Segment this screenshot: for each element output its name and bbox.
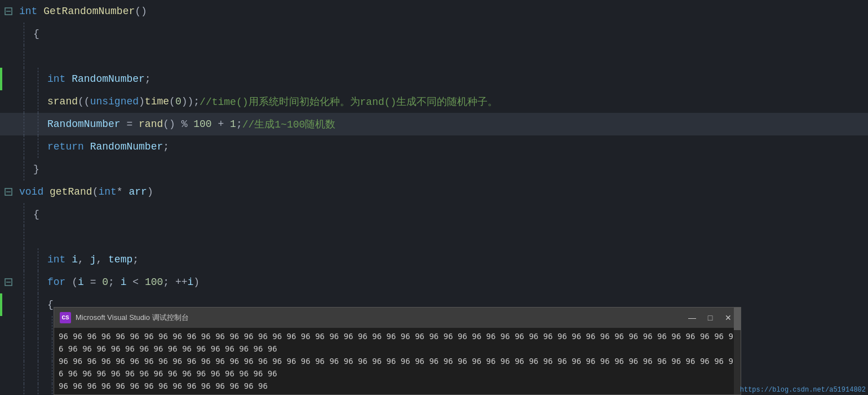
indent-guide — [38, 316, 38, 339]
indent-guide — [38, 68, 38, 90]
code-token: + — [212, 118, 230, 130]
code-token: = — [121, 118, 139, 130]
code-token: j — [90, 254, 96, 265]
console-body: 96 96 96 96 96 96 96 96 96 96 96 96 96 9… — [54, 328, 741, 394]
minimize-button[interactable]: — — [685, 311, 699, 324]
green-bar — [0, 68, 2, 90]
code-editor: int GetRandomNumber(){int RandomNumber;s… — [0, 0, 868, 395]
console-scrollbar[interactable] — [734, 308, 741, 394]
indent-guide — [24, 158, 24, 181]
indent-guide — [38, 271, 38, 293]
code-line: for (i = 0; i < 100; ++i) — [0, 271, 868, 293]
indent-guide — [24, 248, 24, 271]
code-token: ) — [193, 276, 200, 288]
code-token: ( — [92, 186, 99, 198]
code-line: return RandomNumber; — [0, 135, 868, 158]
console-controls: — □ ✕ — [685, 311, 735, 324]
code-token: ( — [72, 276, 78, 288]
console-output-line: 96 96 96 96 96 96 96 96 96 96 96 96 96 9… — [59, 355, 736, 380]
indent-guide — [38, 90, 38, 113]
code-token: time — [145, 96, 169, 107]
code-token: RandomNumber — [90, 141, 163, 152]
debug-console: CS Microsoft Visual Studio 调试控制台 — □ ✕ 9… — [54, 307, 741, 395]
code-content: for (i = 0; i < 100; ++i) — [45, 276, 868, 288]
code-token: return — [47, 141, 90, 152]
close-button[interactable]: ✕ — [721, 311, 735, 324]
code-token: temp — [108, 254, 132, 265]
code-token: 0 — [175, 96, 181, 107]
indent-guide — [38, 384, 38, 395]
code-token: ; — [108, 276, 121, 288]
indent-guide — [38, 293, 38, 316]
code-content: { — [31, 209, 868, 220]
code-token: RandomNumber — [72, 73, 145, 85]
indent-guide — [24, 339, 24, 361]
indent-guide — [38, 248, 38, 271]
code-token: arr — [129, 186, 147, 198]
fold-icon[interactable] — [0, 188, 17, 196]
code-line: { — [0, 23, 868, 45]
code-token: //生成1~100随机数 — [242, 117, 336, 131]
code-token: = — [84, 276, 102, 288]
code-content: } — [31, 164, 868, 175]
code-token: int — [19, 6, 43, 17]
code-token: ) — [147, 186, 153, 198]
code-token: 100 — [145, 276, 163, 288]
code-line: int GetRandomNumber() — [0, 0, 868, 23]
console-output-line: 96 96 96 96 96 96 96 96 96 96 96 96 96 9… — [59, 380, 736, 392]
code-token: (( — [78, 96, 90, 107]
code-line: void getRand(int* arr) — [0, 181, 868, 203]
code-token: rand — [139, 118, 163, 130]
indent-guide — [24, 135, 24, 158]
code-token: getRand — [50, 186, 92, 198]
indent-guide — [24, 316, 24, 339]
code-token: ; ++ — [163, 276, 187, 288]
fold-icon[interactable] — [0, 278, 17, 286]
indent-guide — [38, 339, 38, 361]
indent-guide — [38, 135, 38, 158]
indent-guide — [24, 45, 24, 68]
code-content: return RandomNumber; — [45, 141, 868, 152]
code-token: { — [47, 299, 54, 310]
code-token: * — [117, 186, 129, 198]
code-content: srand((unsigned)time(0));//time()用系统时间初始… — [45, 95, 868, 108]
console-titlebar: CS Microsoft Visual Studio 调试控制台 — □ ✕ — [54, 308, 741, 328]
code-token: ; — [236, 118, 242, 130]
code-token: i — [188, 276, 194, 288]
watermark-link: https://blog.csdn.net/a51914802 — [740, 386, 866, 394]
indent-guide — [24, 203, 24, 226]
scrollbar-thumb[interactable] — [734, 308, 741, 330]
code-token: int — [47, 73, 72, 85]
code-token: RandomNumber — [47, 118, 121, 130]
code-content: RandomNumber = rand() % 100 + 1;//生成1~10… — [45, 117, 868, 131]
code-token: ; — [132, 254, 139, 265]
code-token: ( — [169, 96, 175, 107]
indent-guide — [52, 339, 52, 361]
code-token: unsigned — [90, 96, 139, 107]
code-token: i — [78, 276, 84, 288]
code-token: i — [121, 276, 127, 288]
code-token: < — [126, 276, 144, 288]
indent-guide — [24, 361, 24, 384]
code-content: { — [31, 28, 868, 40]
indent-guide — [24, 271, 24, 293]
code-line: srand((unsigned)time(0));//time()用系统时间初始… — [0, 90, 868, 113]
fold-icon[interactable] — [0, 7, 17, 15]
indent-guide — [24, 90, 24, 113]
indent-guide — [38, 361, 38, 384]
code-token: () % — [163, 118, 193, 130]
code-token: } — [33, 164, 39, 175]
code-line — [0, 226, 868, 248]
indent-guide — [24, 68, 24, 90]
code-token: int — [98, 186, 116, 198]
code-token: , — [78, 254, 90, 265]
code-line: RandomNumber = rand() % 100 + 1;//生成1~10… — [0, 113, 868, 135]
code-token: , — [96, 254, 108, 265]
code-line: int RandomNumber; — [0, 68, 868, 90]
code-token: ; — [145, 73, 151, 85]
console-title: Microsoft Visual Studio 调试控制台 — [76, 313, 681, 323]
indent-guide — [52, 361, 52, 384]
code-token: srand — [47, 96, 78, 107]
code-token: )); — [181, 96, 200, 107]
maximize-button[interactable]: □ — [703, 311, 717, 324]
